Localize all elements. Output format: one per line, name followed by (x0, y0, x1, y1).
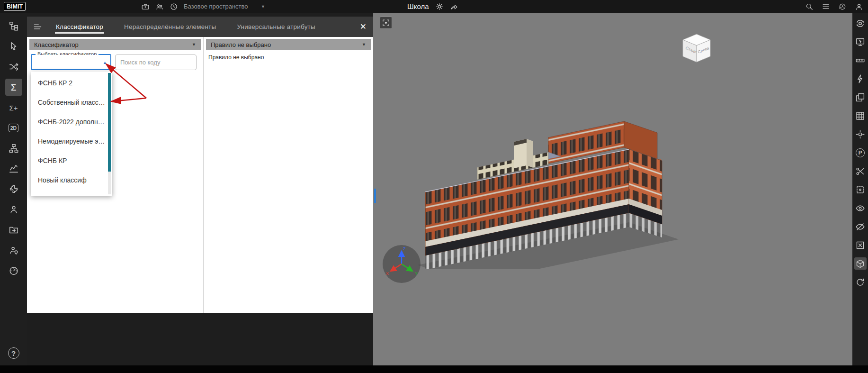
code-search-input[interactable] (115, 55, 197, 70)
left-toolbar: Σ Σ+ 2D ? (0, 13, 27, 365)
topbar-project-tools (141, 0, 178, 13)
panel-scrollbar-thumb[interactable] (374, 189, 376, 203)
chevron-down-icon: ▼ (362, 42, 366, 47)
team-icon[interactable] (155, 2, 164, 11)
help-glyph: ? (11, 349, 16, 357)
user-account-icon[interactable] (855, 2, 863, 11)
menu-list-icon[interactable] (822, 2, 830, 11)
parking-glyph: P (859, 150, 862, 155)
ruler-icon[interactable] (854, 54, 867, 66)
app-root: BiMiT Базовое пространство ▼ Школа (0, 0, 868, 373)
classifier-panel: Классификатор Нераспределённые элементы … (27, 13, 373, 365)
topbar-right-tools (805, 0, 863, 13)
workspace-selector[interactable]: Базовое пространство ▼ (184, 0, 265, 13)
gizmo-y-label: Y (415, 271, 418, 276)
rule-pane: Правило не выбрано ▼ Правило не выбрано (204, 37, 373, 313)
tab-universal-attributes[interactable]: Универсальные атрибуты (226, 17, 326, 37)
cube-view-icon[interactable] (854, 257, 867, 270)
plugins-icon[interactable] (5, 181, 22, 198)
clear-selection-icon[interactable] (854, 239, 867, 251)
topbar: BiMiT Базовое пространство ▼ Школа (0, 0, 868, 13)
project-case-icon[interactable] (141, 2, 150, 11)
tab-unassigned-elements[interactable]: Нераспределённые элементы (114, 17, 226, 37)
dropdown-option[interactable]: ФСНБ КР 2 (31, 73, 112, 92)
rule-empty-text: Правило не выбрано (208, 54, 264, 61)
project-title-group: Школа (407, 0, 458, 13)
help-icon[interactable]: ? (8, 347, 19, 359)
classifier-pane: Классификатор ▼ Выбрать классификатор ▲ … (27, 37, 204, 313)
grid-table-icon[interactable] (854, 109, 867, 122)
users-icon[interactable] (5, 201, 22, 218)
dropdown-option[interactable]: ФСНБ-2022 дополн… (31, 112, 112, 131)
chevron-up-icon: ▲ (103, 60, 107, 65)
flash-icon[interactable] (854, 73, 867, 85)
orbit-icon[interactable] (854, 17, 867, 29)
chevron-down-icon: ▼ (261, 4, 265, 9)
bottom-status-bar (0, 365, 868, 373)
tab-classifier[interactable]: Классификатор (45, 17, 114, 37)
panel-tabbar: Классификатор Нераспределённые элементы … (27, 17, 373, 37)
search-icon[interactable] (805, 2, 814, 11)
viewport-3d[interactable]: Сзади Слева (373, 13, 852, 365)
project-title: Школа (407, 2, 429, 10)
chevron-down-icon: ▼ (192, 42, 196, 47)
clash-detection-icon[interactable] (5, 58, 22, 75)
shared-projects-icon[interactable] (5, 221, 22, 238)
classifier-header-select[interactable]: Классификатор ▼ (29, 39, 201, 50)
classifier-sigma-plus-icon[interactable]: Σ+ (5, 99, 22, 116)
building-model (406, 89, 690, 269)
hierarchy-icon[interactable] (5, 140, 22, 157)
rule-header-select[interactable]: Правило не выбрано ▼ (206, 39, 371, 50)
show-eye-icon[interactable] (854, 202, 867, 214)
layers-icon[interactable] (854, 91, 867, 103)
select-cursor-icon[interactable] (5, 38, 22, 55)
right-toolbar: P (852, 13, 868, 365)
dropdown-option[interactable]: Новый классиф (31, 170, 112, 190)
model-structure-icon[interactable] (5, 18, 22, 35)
tab-unassigned-label: Нераспределённые элементы (124, 23, 216, 30)
app-logo-text: BiMiT (7, 3, 23, 10)
close-panel-icon[interactable]: ✕ (360, 22, 367, 32)
workspace-label: Базовое пространство (184, 3, 248, 10)
section-cut-icon[interactable] (854, 165, 867, 177)
panel-menu-icon[interactable] (33, 22, 43, 32)
locate-target-icon[interactable] (854, 128, 867, 140)
gizmo-z-label: Z (403, 246, 406, 251)
section-box-icon[interactable] (854, 183, 867, 196)
view-cube[interactable]: Сзади Слева (680, 32, 714, 66)
classifier-select-field[interactable]: Выбрать классификатор ▲ (31, 54, 111, 70)
classifier-select-input[interactable] (32, 55, 110, 69)
classifier-sigma-icon[interactable]: Σ (5, 79, 22, 96)
sigma-plus-glyph: Σ+ (9, 104, 18, 111)
focus-selection-icon[interactable] (380, 17, 392, 29)
drawings-2d-icon[interactable]: 2D (5, 119, 22, 136)
graphs-icon[interactable] (5, 160, 22, 177)
gizmo-x-label: X (386, 271, 389, 276)
reset-view-icon[interactable] (854, 276, 867, 288)
tab-universal-label: Универсальные атрибуты (237, 23, 315, 30)
screen-share-icon[interactable] (854, 36, 867, 48)
classifier-dropdown: ФСНБ КР 2 Собственный класс… ФСНБ-2022 д… (31, 72, 112, 196)
user-location-icon[interactable] (5, 242, 22, 259)
app-logo[interactable]: BiMiT (4, 2, 26, 11)
share-icon[interactable] (450, 2, 458, 11)
classifier-header-label: Классификатор (34, 41, 79, 48)
2d-glyph: 2D (9, 124, 18, 132)
sigma-glyph: Σ (11, 83, 17, 92)
hide-eye-off-icon[interactable] (854, 220, 867, 233)
tab-classifier-label: Классификатор (56, 23, 103, 30)
dropdown-option[interactable]: Немоделируемые э… (31, 131, 112, 151)
dropdown-option[interactable]: ФСНБ КР (31, 151, 112, 170)
settings-gear-icon[interactable] (435, 2, 444, 11)
parking-icon[interactable]: P (854, 146, 867, 159)
sync-history-icon[interactable] (838, 2, 847, 11)
history-clock-icon[interactable] (170, 2, 178, 11)
axis-gizmo[interactable]: Z X Y (382, 244, 421, 284)
dashboard-gauge-icon[interactable] (5, 262, 22, 279)
rule-header-label: Правило не выбрано (211, 41, 271, 48)
dropdown-option[interactable]: Собственный класс… (31, 92, 112, 112)
dropdown-scrollbar-thumb[interactable] (108, 73, 111, 172)
panel-body: Классификатор ▼ Выбрать классификатор ▲ … (27, 37, 373, 313)
